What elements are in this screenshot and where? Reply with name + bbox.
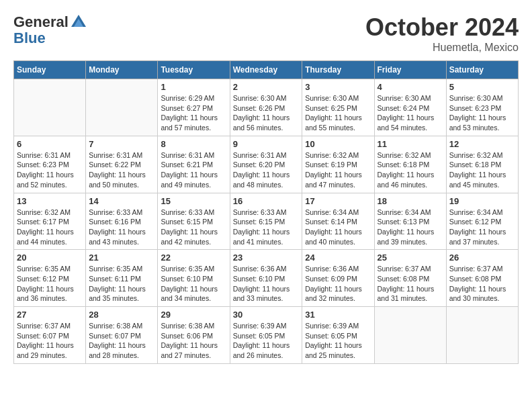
location-title: Huemetla, Mexico (365, 42, 519, 54)
calendar-day-cell (374, 307, 446, 364)
day-number: 4 (378, 82, 443, 92)
header-monday: Monday (86, 61, 158, 79)
calendar-day-cell: 29Sunrise: 6:38 AMSunset: 6:06 PMDayligh… (158, 307, 230, 364)
day-info: Sunrise: 6:34 AMSunset: 6:13 PMDaylight:… (378, 208, 443, 247)
day-number: 14 (89, 196, 154, 206)
calendar-day-cell: 21Sunrise: 6:35 AMSunset: 6:11 PMDayligh… (86, 250, 158, 307)
day-info: Sunrise: 6:34 AMSunset: 6:12 PMDaylight:… (449, 208, 515, 247)
header-sunday: Sunday (14, 61, 86, 79)
header-tuesday: Tuesday (158, 61, 230, 79)
calendar-day-cell: 18Sunrise: 6:34 AMSunset: 6:13 PMDayligh… (374, 193, 446, 250)
day-info: Sunrise: 6:37 AMSunset: 6:07 PMDaylight:… (17, 321, 83, 361)
day-number: 20 (17, 253, 83, 263)
calendar-day-cell: 27Sunrise: 6:37 AMSunset: 6:07 PMDayligh… (14, 307, 86, 364)
day-info: Sunrise: 6:32 AMSunset: 6:18 PMDaylight:… (449, 150, 515, 190)
calendar-day-cell (14, 79, 86, 136)
calendar-day-cell: 24Sunrise: 6:36 AMSunset: 6:09 PMDayligh… (302, 250, 374, 307)
day-number: 18 (378, 196, 443, 206)
day-number: 15 (161, 196, 226, 206)
day-number: 11 (378, 139, 443, 149)
day-number: 12 (449, 139, 515, 149)
calendar-day-cell: 25Sunrise: 6:37 AMSunset: 6:08 PMDayligh… (374, 250, 446, 307)
day-info: Sunrise: 6:35 AMSunset: 6:10 PMDaylight:… (161, 264, 226, 304)
day-number: 27 (17, 310, 83, 320)
calendar-day-cell: 9Sunrise: 6:31 AMSunset: 6:20 PMDaylight… (230, 136, 302, 193)
day-info: Sunrise: 6:29 AMSunset: 6:27 PMDaylight:… (161, 93, 226, 133)
logo-blue-text: Blue (13, 31, 87, 46)
day-number: 22 (161, 253, 226, 263)
calendar-day-cell (446, 307, 518, 364)
calendar-day-cell: 6Sunrise: 6:31 AMSunset: 6:23 PMDaylight… (14, 136, 86, 193)
page-header: General Blue October 2024 Huemetla, Mexi… (13, 13, 519, 54)
day-info: Sunrise: 6:36 AMSunset: 6:10 PMDaylight:… (233, 264, 300, 304)
day-number: 13 (17, 196, 83, 206)
calendar-day-cell: 11Sunrise: 6:32 AMSunset: 6:18 PMDayligh… (374, 136, 446, 193)
day-number: 25 (378, 253, 443, 263)
day-number: 26 (449, 253, 515, 263)
header-saturday: Saturday (446, 61, 518, 79)
day-number: 7 (89, 139, 154, 149)
day-info: Sunrise: 6:33 AMSunset: 6:15 PMDaylight:… (233, 208, 300, 247)
day-info: Sunrise: 6:39 AMSunset: 6:05 PMDaylight:… (305, 321, 371, 361)
day-number: 30 (233, 310, 300, 320)
day-number: 31 (305, 310, 371, 320)
calendar-day-cell: 8Sunrise: 6:31 AMSunset: 6:21 PMDaylight… (158, 136, 230, 193)
header-friday: Friday (374, 61, 446, 79)
day-info: Sunrise: 6:39 AMSunset: 6:05 PMDaylight:… (233, 321, 300, 361)
calendar-header-row: Sunday Monday Tuesday Wednesday Thursday… (14, 61, 519, 79)
day-info: Sunrise: 6:35 AMSunset: 6:12 PMDaylight:… (17, 264, 83, 304)
day-info: Sunrise: 6:31 AMSunset: 6:23 PMDaylight:… (17, 150, 83, 190)
calendar-week-row: 20Sunrise: 6:35 AMSunset: 6:12 PMDayligh… (14, 250, 519, 307)
calendar-day-cell: 4Sunrise: 6:30 AMSunset: 6:24 PMDaylight… (374, 79, 446, 136)
day-number: 9 (233, 139, 300, 149)
calendar-day-cell: 17Sunrise: 6:34 AMSunset: 6:14 PMDayligh… (302, 193, 374, 250)
day-info: Sunrise: 6:30 AMSunset: 6:25 PMDaylight:… (305, 93, 371, 133)
day-info: Sunrise: 6:32 AMSunset: 6:18 PMDaylight:… (378, 150, 443, 190)
day-number: 10 (305, 139, 371, 149)
calendar-day-cell: 10Sunrise: 6:32 AMSunset: 6:19 PMDayligh… (302, 136, 374, 193)
calendar-day-cell: 14Sunrise: 6:33 AMSunset: 6:16 PMDayligh… (86, 193, 158, 250)
calendar-day-cell: 31Sunrise: 6:39 AMSunset: 6:05 PMDayligh… (302, 307, 374, 364)
calendar-day-cell: 3Sunrise: 6:30 AMSunset: 6:25 PMDaylight… (302, 79, 374, 136)
day-info: Sunrise: 6:31 AMSunset: 6:22 PMDaylight:… (89, 150, 154, 190)
header-wednesday: Wednesday (230, 61, 302, 79)
day-number: 21 (89, 253, 154, 263)
day-number: 23 (233, 253, 300, 263)
day-info: Sunrise: 6:33 AMSunset: 6:15 PMDaylight:… (161, 208, 226, 247)
calendar-day-cell: 23Sunrise: 6:36 AMSunset: 6:10 PMDayligh… (230, 250, 302, 307)
calendar-day-cell: 16Sunrise: 6:33 AMSunset: 6:15 PMDayligh… (230, 193, 302, 250)
day-info: Sunrise: 6:33 AMSunset: 6:16 PMDaylight:… (89, 208, 154, 247)
calendar-day-cell: 13Sunrise: 6:32 AMSunset: 6:17 PMDayligh… (14, 193, 86, 250)
logo-icon (70, 13, 87, 31)
day-info: Sunrise: 6:30 AMSunset: 6:23 PMDaylight:… (449, 93, 515, 133)
day-info: Sunrise: 6:36 AMSunset: 6:09 PMDaylight:… (305, 264, 371, 304)
day-number: 2 (233, 82, 300, 92)
calendar-day-cell: 26Sunrise: 6:37 AMSunset: 6:08 PMDayligh… (446, 250, 518, 307)
day-number: 1 (161, 82, 226, 92)
day-info: Sunrise: 6:32 AMSunset: 6:19 PMDaylight:… (305, 150, 371, 190)
day-info: Sunrise: 6:34 AMSunset: 6:14 PMDaylight:… (305, 208, 371, 247)
calendar-week-row: 6Sunrise: 6:31 AMSunset: 6:23 PMDaylight… (14, 136, 519, 193)
calendar-day-cell: 20Sunrise: 6:35 AMSunset: 6:12 PMDayligh… (14, 250, 86, 307)
calendar-day-cell: 28Sunrise: 6:38 AMSunset: 6:07 PMDayligh… (86, 307, 158, 364)
calendar-week-row: 1Sunrise: 6:29 AMSunset: 6:27 PMDaylight… (14, 79, 519, 136)
day-info: Sunrise: 6:31 AMSunset: 6:21 PMDaylight:… (161, 150, 226, 190)
day-number: 8 (161, 139, 226, 149)
calendar-day-cell: 22Sunrise: 6:35 AMSunset: 6:10 PMDayligh… (158, 250, 230, 307)
day-number: 17 (305, 196, 371, 206)
day-number: 19 (449, 196, 515, 206)
day-info: Sunrise: 6:30 AMSunset: 6:24 PMDaylight:… (378, 93, 443, 133)
day-number: 29 (161, 310, 226, 320)
day-info: Sunrise: 6:31 AMSunset: 6:20 PMDaylight:… (233, 150, 300, 190)
day-info: Sunrise: 6:38 AMSunset: 6:07 PMDaylight:… (89, 321, 154, 361)
month-title: October 2024 (365, 13, 519, 42)
day-info: Sunrise: 6:35 AMSunset: 6:11 PMDaylight:… (89, 264, 154, 304)
day-number: 6 (17, 139, 83, 149)
header-thursday: Thursday (302, 61, 374, 79)
day-number: 5 (449, 82, 515, 92)
calendar-day-cell: 1Sunrise: 6:29 AMSunset: 6:27 PMDaylight… (158, 79, 230, 136)
calendar-day-cell: 19Sunrise: 6:34 AMSunset: 6:12 PMDayligh… (446, 193, 518, 250)
day-number: 24 (305, 253, 371, 263)
day-info: Sunrise: 6:38 AMSunset: 6:06 PMDaylight:… (161, 321, 226, 361)
calendar-week-row: 13Sunrise: 6:32 AMSunset: 6:17 PMDayligh… (14, 193, 519, 250)
